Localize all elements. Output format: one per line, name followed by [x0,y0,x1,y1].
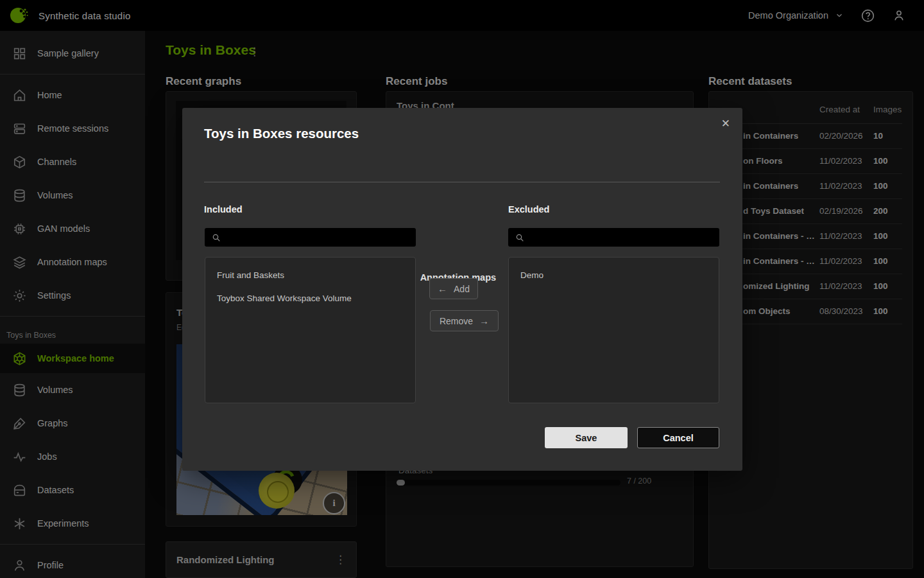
modal-title: Toys in Boxes resources [204,126,359,141]
search-icon [211,232,221,243]
remove-button[interactable]: Remove → [430,310,499,331]
search-icon [515,232,525,243]
tabs-underline [204,182,720,182]
arrow-right-icon: → [479,315,489,326]
app-root: Synthetic data studio Demo Organization … [0,0,924,578]
included-list: Fruit and Baskets Toybox Shared Workspac… [205,257,416,403]
included-search-input[interactable] [221,232,416,242]
list-item[interactable]: Demo [509,264,719,287]
close-icon[interactable]: ✕ [719,116,733,132]
excluded-search [508,228,719,247]
excluded-label: Excluded [508,204,549,215]
excluded-list: Demo [508,257,719,403]
remove-button-label: Remove [440,316,473,326]
save-button[interactable]: Save [545,427,628,448]
included-label: Included [204,204,243,215]
cancel-button[interactable]: Cancel [637,427,719,448]
add-button-label: Add [454,284,470,294]
arrow-left-icon: ← [438,283,447,294]
list-item[interactable]: Toybox Shared Workspace Volume [205,287,415,310]
excluded-search-input[interactable] [525,232,719,242]
add-button[interactable]: ← Add [429,278,478,299]
resources-modal: ✕ Toys in Boxes resources Channels Volum… [182,108,742,471]
list-item[interactable]: Fruit and Baskets [205,264,415,287]
included-search [205,228,416,247]
